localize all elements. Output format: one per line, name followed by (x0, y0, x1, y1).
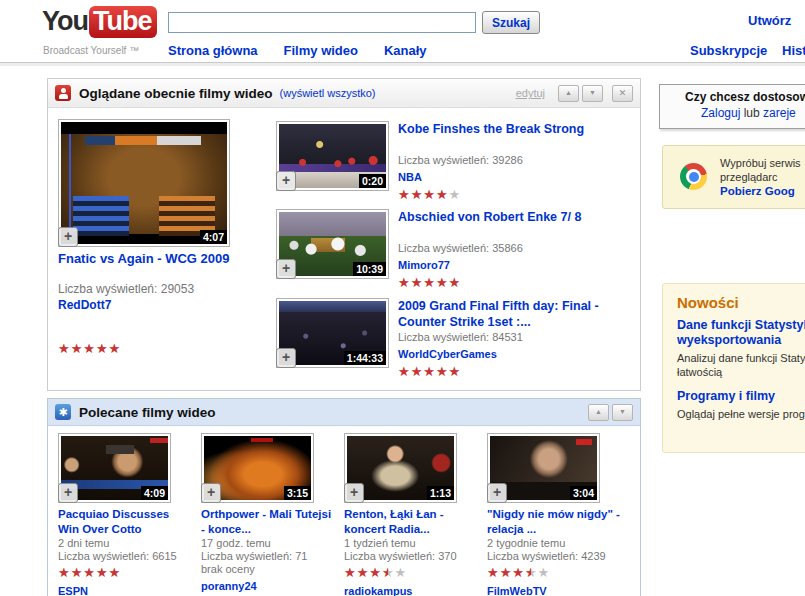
move-down-button[interactable]: ▼ (612, 404, 633, 421)
edit-link[interactable]: edytuj (516, 87, 545, 99)
move-down-button[interactable]: ▼ (582, 85, 603, 102)
video-thumbnail[interactable]: 3:15 + (201, 433, 314, 503)
link-utworz-konto[interactable]: Utwórz (748, 13, 791, 28)
nav-subskrypcje[interactable]: Subskrypcje (690, 43, 767, 58)
view-all-link[interactable]: (wyświetl wszystko) (280, 87, 376, 99)
featured-uploader-link[interactable]: RedDott7 (58, 298, 111, 312)
duration-badge: 3:15 (284, 486, 311, 500)
section-recommended-header: ✱ Polecane filmy wideo ▲ ▼ (48, 399, 640, 426)
video-list-item: Abschied von Robert Enke 7/ 8 Liczba wyś… (398, 209, 636, 291)
video-card: 1:13 + Renton, Łąki Łan - koncert Radia.… (344, 433, 478, 596)
search-button[interactable]: Szukaj (482, 11, 540, 34)
views-label: Liczba wyświetleń: (487, 550, 578, 562)
view-count: Liczba wyświetleń: 370 (344, 550, 478, 563)
rating-stars: ★★★★★★★★★★ (58, 566, 121, 579)
login-register-line: Zaloguj lub zareje (701, 106, 796, 120)
rating-stars: ★★★★★★★★★★ (58, 342, 121, 355)
views-label: Liczba wyświetleń: (398, 331, 489, 343)
add-to-quicklist-button[interactable]: + (58, 483, 78, 503)
view-count: Liczba wyświetleń: 71 (201, 550, 335, 563)
add-to-quicklist-button[interactable]: + (276, 171, 296, 191)
logo-you: You (42, 6, 88, 36)
uploader-link[interactable]: ESPN (58, 585, 88, 596)
thumbnail-image (61, 122, 227, 244)
news-heading: Nowości (677, 294, 805, 311)
news-link-statistics-line2[interactable]: wyeksportowania (677, 333, 805, 348)
featured-video-thumbnail[interactable]: 4:07 + (58, 119, 230, 247)
views-label: Liczba wyświetleń: (201, 550, 292, 562)
nav-strona-glowna[interactable]: Strona główna (168, 43, 258, 58)
video-thumbnail[interactable]: 4:09 + (58, 433, 171, 503)
add-to-quicklist-button[interactable]: + (276, 348, 296, 368)
chrome-promo-line1: Wypróbuj serwis (720, 157, 801, 169)
uploader-link[interactable]: poranny24 (201, 580, 257, 593)
uploader-link[interactable]: WorldCyberGames (398, 348, 497, 361)
section-title: Polecane filmy wideo (79, 405, 216, 420)
duration-badge: 4:07 (200, 230, 227, 244)
video-thumbnail[interactable]: 0:20 + (276, 121, 389, 191)
logo-tube: Tube (89, 6, 157, 38)
video-list-item: 2009 Grand Final Fifth day: Final - Coun… (398, 298, 636, 380)
news-link-statistics[interactable]: Dane funkcji Statystyki (677, 318, 805, 333)
youtube-logo[interactable]: YouTube (42, 6, 157, 37)
section-recommended: ✱ Polecane filmy wideo ▲ ▼ 4:09 + Pacqui… (47, 398, 641, 596)
add-to-quicklist-button[interactable]: + (487, 483, 507, 503)
move-up-button[interactable]: ▲ (588, 404, 609, 421)
video-title[interactable]: Abschied von Robert Enke 7/ 8 (398, 209, 636, 242)
recommended-icon: ✱ (55, 404, 71, 420)
duration-badge: 1:13 (427, 486, 454, 500)
add-to-quicklist-button[interactable]: + (344, 483, 364, 503)
rating-stars: ★★★★★★★★★★ (398, 276, 461, 289)
featured-video-title[interactable]: Fnatic vs Again - WCG 2009 (58, 251, 288, 266)
video-title[interactable]: Orthpower - Mali Tutejsi - konce... (201, 507, 335, 537)
video-thumbnail[interactable]: 3:04 + (487, 433, 600, 503)
add-to-quicklist-button[interactable]: + (276, 259, 296, 279)
news-body-text: łatwością (677, 365, 805, 379)
uploader-link[interactable]: NBA (398, 171, 422, 184)
or-text: lub (744, 106, 760, 120)
upload-time: 2 tygodnie temu (487, 537, 621, 550)
video-thumbnail[interactable]: 1:44:33 + (276, 298, 389, 368)
video-card: 3:15 + Orthpower - Mali Tutejsi - konce.… (201, 433, 335, 594)
duration-badge: 0:20 (359, 174, 386, 188)
nav-filmy-wideo[interactable]: Filmy wideo (284, 43, 358, 58)
view-count: Liczba wyświetleń: 6615 (58, 550, 192, 563)
video-title[interactable]: Kobe Finshes the Break Strong (398, 121, 636, 154)
news-body-text: Analizuj dane funkcji Staty (677, 351, 805, 365)
video-card: 4:09 + Pacquiao Discusses Win Over Cotto… (58, 433, 192, 596)
search-input[interactable] (168, 12, 476, 33)
register-link[interactable]: zareje (763, 106, 796, 120)
views-label: Liczba wyświetleń: (398, 242, 489, 254)
rating-stars: ★★★★★★★★★★ (487, 566, 550, 579)
nav-historia[interactable]: Historia (782, 43, 805, 58)
view-count: Liczba wyświetleń: 35866 (398, 242, 636, 255)
featured-view-count: Liczba wyświetleń: 29053 (58, 282, 194, 296)
video-thumbnail[interactable]: 1:13 + (344, 433, 457, 503)
video-title[interactable]: Renton, Łąki Łan - koncert Radia... (344, 507, 478, 537)
add-to-quicklist-button[interactable]: + (201, 483, 221, 503)
logo-tagline: Broadcast Yourself ™ (43, 45, 139, 56)
video-title[interactable]: 2009 Grand Final Fifth day: Final - Coun… (398, 298, 636, 331)
uploader-link[interactable]: Mimoro77 (398, 259, 450, 272)
uploader-link[interactable]: radiokampus (344, 585, 412, 596)
views-label: Liczba wyświetleń: (58, 282, 157, 296)
chrome-promo-box: Wypróbuj serwis przeglądarc Pobierz Goog (662, 145, 805, 209)
views-value: 39286 (492, 154, 523, 166)
customize-question: Czy chcesz dostosowa (685, 90, 805, 104)
news-link-shows[interactable]: Programy i filmy (677, 389, 805, 404)
login-link[interactable]: Zaloguj (701, 106, 740, 120)
view-count: Liczba wyświetleń: 39286 (398, 154, 636, 167)
video-thumbnail[interactable]: 10:39 + (276, 209, 389, 279)
views-label: Liczba wyświetleń: (344, 550, 435, 562)
download-chrome-link[interactable]: Pobierz Goog (720, 185, 795, 197)
uploader-link[interactable]: FilmWebTV (487, 585, 547, 596)
video-title[interactable]: Pacquiao Discusses Win Over Cotto (58, 507, 192, 537)
move-up-button[interactable]: ▲ (558, 85, 579, 102)
close-module-button[interactable]: ✕ (612, 85, 633, 102)
upload-time: 1 tydzień temu (344, 537, 478, 550)
add-to-quicklist-button[interactable]: + (58, 227, 78, 247)
video-title[interactable]: "Nigdy nie mów nigdy" - relacja ... (487, 507, 621, 537)
section-watched-now: Oglądane obecnie filmy wideo (wyświetl w… (47, 78, 641, 391)
nav-kanaly[interactable]: Kanały (384, 43, 427, 58)
news-body-text: Oglądaj pełne wersje prog (677, 407, 805, 421)
